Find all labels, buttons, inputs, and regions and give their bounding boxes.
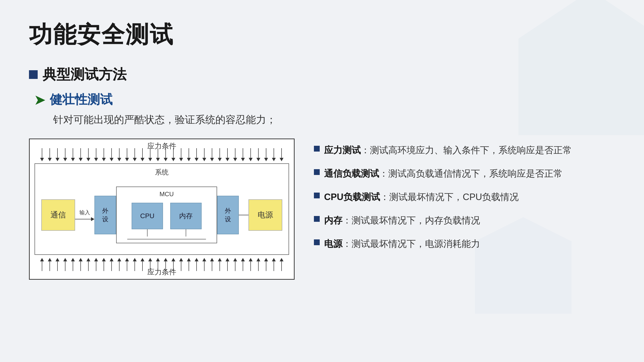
arrow-up — [178, 258, 184, 271]
arrow-up — [124, 258, 130, 271]
arrow-down — [278, 148, 285, 161]
arrow-down — [46, 148, 53, 161]
info-bullet-5 — [314, 239, 320, 245]
cpu-label: CPU — [140, 212, 154, 220]
arrow-right-icon: ➤ — [34, 91, 46, 108]
left-peripheral-label: 外设 — [102, 207, 108, 224]
arrow-down — [240, 148, 246, 161]
stress-label-bottom: 应力条件 — [147, 267, 176, 277]
section-heading: 典型测试方法 — [29, 65, 615, 84]
arrow-up — [247, 258, 254, 271]
arrow-down — [201, 148, 208, 161]
arrow-up — [201, 258, 208, 271]
arrow-up — [278, 258, 285, 271]
mem-box: 内存 — [170, 203, 202, 229]
arrow-up — [100, 258, 107, 271]
info-text-1: 应力测试：测试高环境应力、输入条件下，系统响应是否正常 — [324, 143, 572, 157]
comm-label: 通信 — [50, 210, 66, 220]
arrow-down — [124, 148, 130, 161]
mcu-label: MCU — [120, 190, 213, 198]
arrow-down — [247, 148, 254, 161]
info-bullet-3 — [314, 193, 320, 198]
mem-label: 内存 — [179, 211, 193, 221]
arrow-up — [270, 258, 277, 271]
arrow-down — [186, 148, 192, 161]
arrow-down — [255, 148, 262, 161]
info-bullet-4 — [314, 216, 320, 222]
arrow-down — [85, 148, 92, 161]
stress-area-bottom: 应力条件 — [30, 255, 294, 279]
arrow-up — [77, 258, 84, 271]
arrow-up — [39, 258, 46, 271]
section-bullet-icon — [29, 70, 38, 79]
info-bullet-2 — [314, 169, 320, 175]
diagram-wrapper: 应力条件 — [29, 138, 294, 280]
info-item-4: 内存：测试最坏情况下，内存负载情况 — [314, 214, 615, 227]
arrow-up — [70, 258, 76, 271]
stress-area-top: 应力条件 — [30, 139, 294, 163]
arrow-up — [139, 258, 146, 271]
power-label: 电源 — [258, 210, 273, 220]
arrow-down — [108, 148, 115, 161]
info-bold-5: 电源 — [324, 239, 342, 249]
info-bold-1: 应力测试 — [324, 145, 361, 155]
info-bold-3: CPU负载测试 — [324, 192, 380, 202]
system-box: 系统 通信 输入 — [34, 163, 289, 255]
slide-container: 功能安全测试 典型测试方法 ➤ 健壮性测试 针对可能出现的严酷状态，验证系统的容… — [0, 0, 644, 362]
page-title: 功能安全测试 — [29, 19, 615, 51]
input-label: 输入 — [80, 209, 90, 216]
cpu-box: CPU — [132, 203, 163, 229]
info-rest-2: ：测试高负载通信情况下，系统响应是否正常 — [379, 168, 562, 179]
arrow-up — [209, 258, 216, 271]
sub-heading: ➤ 健壮性测试 — [34, 91, 615, 108]
arrow-down — [193, 148, 200, 161]
arrow-down — [77, 148, 84, 161]
stress-label-top: 应力条件 — [147, 141, 176, 151]
arrow-down — [216, 148, 223, 161]
comm-box: 通信 — [41, 199, 75, 231]
arrow-down — [54, 148, 61, 161]
arrow-up — [62, 258, 68, 271]
arrow-up — [93, 258, 100, 271]
arrow-up — [255, 258, 262, 271]
info-text-5: 电源：测试最坏情况下，电源消耗能力 — [324, 237, 480, 251]
arrow-down — [62, 148, 68, 161]
mcu-box: MCU CPU — [116, 187, 217, 243]
info-rest-5: ：测试最坏情况下，电源消耗能力 — [342, 239, 480, 249]
arrow-up — [54, 258, 61, 271]
arrow-up — [85, 258, 92, 271]
info-bullet-1 — [314, 146, 320, 152]
info-item-5: 电源：测试最坏情况下，电源消耗能力 — [314, 237, 615, 251]
info-item-3: CPU负载测试：测试最坏情况下，CPU负载情况 — [314, 190, 615, 204]
arrow-up — [263, 258, 270, 271]
info-bold-4: 内存 — [324, 215, 342, 225]
sub-heading-text: 健壮性测试 — [50, 91, 112, 108]
system-label: 系统 — [39, 168, 285, 177]
arrow-down — [70, 148, 76, 161]
arrow-down — [116, 148, 123, 161]
arrow-up — [224, 258, 231, 271]
arrow-up — [240, 258, 246, 271]
info-text-3: CPU负载测试：测试最坏情况下，CPU负载情况 — [324, 190, 519, 204]
arrow-down — [232, 148, 238, 161]
section-heading-text: 典型测试方法 — [42, 65, 126, 84]
description-text: 针对可能出现的严酷状态，验证系统的容忍能力； — [53, 113, 615, 126]
arrow-up — [216, 258, 223, 271]
arrow-down — [224, 148, 231, 161]
arrow-up — [186, 258, 192, 271]
info-rest-3: ：测试最坏情况下，CPU负载情况 — [380, 192, 519, 202]
info-rest-1: ：测试高环境应力、输入条件下，系统响应是否正常 — [361, 145, 572, 155]
arrow-up — [193, 258, 200, 271]
arrow-up — [108, 258, 115, 271]
info-text-4: 内存：测试最坏情况下，内存负载情况 — [324, 214, 480, 227]
power-box: 电源 — [248, 199, 282, 231]
info-text-2: 通信负载测试：测试高负载通信情况下，系统响应是否正常 — [324, 167, 562, 181]
main-content: 应力条件 — [29, 138, 615, 280]
arrow-down — [270, 148, 277, 161]
arrow-down — [263, 148, 270, 161]
arrow-down — [178, 148, 184, 161]
right-peripheral-label: 外设 — [225, 207, 231, 224]
info-rest-4: ：测试最坏情况下，内存负载情况 — [342, 215, 480, 225]
right-peripheral-box: 外设 — [217, 196, 239, 234]
arrow-down — [209, 148, 216, 161]
